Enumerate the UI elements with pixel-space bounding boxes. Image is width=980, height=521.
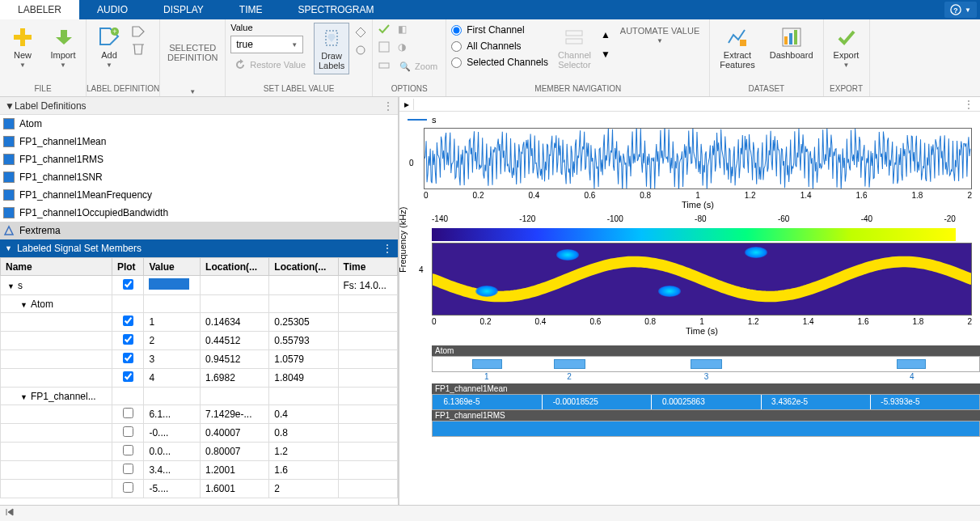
table-row[interactable]: ▼FP1_channel... <box>1 388 398 405</box>
selected-definition-label: SELECTED DEFINITION <box>167 43 218 62</box>
column-header[interactable]: Value <box>144 258 201 276</box>
table-row[interactable]: 3.4...1.20011.6 <box>1 461 398 480</box>
track-value: -0.00018525 <box>553 397 598 406</box>
table-row[interactable]: 30.945121.0579 <box>1 350 398 369</box>
track-value: 0.00025863 <box>662 397 705 406</box>
definition-row[interactable]: FP1_channel1SNR <box>0 168 398 186</box>
plot-checkbox[interactable] <box>123 445 133 455</box>
plot-checkbox[interactable] <box>123 464 133 474</box>
plot-checkbox[interactable] <box>123 353 133 363</box>
track-mean-header: FP1_channel1Mean <box>432 383 980 394</box>
definition-row[interactable]: Fextrema <box>0 222 398 239</box>
plot-checkbox[interactable] <box>123 408 133 418</box>
tab-strip: LABELER AUDIO DISPLAY TIME SPECTROGRAM ?… <box>0 0 980 19</box>
definition-row[interactable]: FP1_channel1OccupiedBandwidth <box>0 204 398 222</box>
spectrogram-plot[interactable]: Frequency (kHz) 4 00.20.40.60.811.21.41.… <box>399 243 980 341</box>
column-header[interactable]: Time <box>338 258 397 276</box>
automate-value-button[interactable]: AUTOMATE VALUE ▼ <box>615 23 704 48</box>
track-mean[interactable]: 6.1369e-5-0.000185250.000258633.4362e-5-… <box>432 394 980 410</box>
zoom-button[interactable]: 🔍Zoom <box>395 58 441 74</box>
opt5-icon[interactable]: ◑ <box>395 40 408 53</box>
table-row[interactable]: ▼sFs: 14.0... <box>1 276 398 295</box>
add-button[interactable]: + Add▼ <box>91 23 127 72</box>
tab-labeler[interactable]: LABELER <box>0 0 79 19</box>
track-atom[interactable] <box>432 356 980 372</box>
track-value: -5.9393e-5 <box>881 397 919 406</box>
color-swatch <box>3 118 15 129</box>
channel-selector-button[interactable]: Channel Selector <box>553 23 596 73</box>
label-tool-icon[interactable] <box>354 26 367 39</box>
tab-spectrogram[interactable]: SPECTROGRAM <box>281 0 392 19</box>
value-dropdown[interactable]: true▼ <box>230 36 303 53</box>
rewind-icon[interactable] <box>5 507 15 519</box>
table-row[interactable]: 41.69821.8049 <box>1 369 398 388</box>
tab-display[interactable]: DISPLAY <box>146 0 222 19</box>
table-row[interactable]: 20.445120.55793 <box>1 332 398 350</box>
spectrogram-ylabel: Frequency (kHz) <box>399 206 408 272</box>
color-swatch <box>3 136 15 147</box>
plot-checkbox[interactable] <box>123 279 133 290</box>
definition-row[interactable]: FP1_channel1Mean <box>0 133 398 150</box>
radio-first-channel[interactable]: First Channel <box>451 23 548 37</box>
label-definitions-header[interactable]: ▼Label Definitions⋮ <box>0 97 398 115</box>
group-label-membernav: MEMBER NAVIGATION <box>446 83 709 96</box>
new-button[interactable]: New▼ <box>5 23 40 72</box>
definition-row[interactable]: Atom <box>0 115 398 133</box>
nav-down-icon[interactable]: ▼ <box>601 49 610 60</box>
atom-region[interactable] <box>472 359 501 369</box>
column-header[interactable]: Name <box>1 258 112 276</box>
table-row[interactable]: -0....0.400070.8 <box>1 424 398 443</box>
members-header[interactable]: ▼Labeled Signal Set Members⋮ <box>0 239 398 257</box>
opt2-icon[interactable] <box>378 40 391 53</box>
label-tracks: Atom 1234 FP1_channel1Mean 6.1369e-5-0.0… <box>432 345 980 437</box>
members-table: NamePlotValueLocation(...Location(...Tim… <box>0 257 398 505</box>
radio-selected-channels[interactable]: Selected Channels <box>451 55 548 70</box>
import-button[interactable]: Import▼ <box>45 23 81 72</box>
draw-labels-button[interactable]: Draw Labels <box>314 23 349 74</box>
group-label-options: OPTIONS <box>373 83 446 96</box>
waveform-plot[interactable]: 0 00.20.40.60.811.21.41.61.82 Time (s) <box>399 128 980 214</box>
definition-row[interactable]: FP1_channel1RMS <box>0 150 398 168</box>
edit-tag-icon[interactable] <box>132 26 145 39</box>
plot-checkbox[interactable] <box>123 371 133 382</box>
chart-extract-icon <box>726 26 749 49</box>
delete-icon[interactable] <box>132 42 145 55</box>
plot-checkbox[interactable] <box>123 316 133 326</box>
plot-checkbox[interactable] <box>123 426 133 437</box>
export-button[interactable]: Export▼ <box>829 23 864 72</box>
check-icon[interactable] <box>378 23 391 36</box>
table-row[interactable]: 6.1...7.1429e-...0.4 <box>1 405 398 424</box>
restore-value-button[interactable]: Restore Value <box>230 57 309 73</box>
opt3-icon[interactable] <box>378 58 391 71</box>
svg-rect-14 <box>784 36 788 44</box>
column-header[interactable]: Location(... <box>269 258 338 276</box>
nav-up-icon[interactable]: ▲ <box>601 29 610 40</box>
extract-features-button[interactable]: Extract Features <box>715 23 759 73</box>
plot-toolbar: ▸⋮ <box>399 97 980 112</box>
track-value: 3.4362e-5 <box>771 397 808 406</box>
table-row[interactable]: ▼Atom <box>1 295 398 313</box>
column-header[interactable]: Plot <box>112 258 143 276</box>
tab-time[interactable]: TIME <box>222 0 281 19</box>
opt4-icon[interactable]: ◧ <box>395 23 408 36</box>
help-button[interactable]: ? ▼ <box>944 2 977 18</box>
table-row[interactable]: -5....1.60012 <box>1 480 398 498</box>
plot-checkbox[interactable] <box>123 482 133 493</box>
tab-audio[interactable]: AUDIO <box>79 0 146 19</box>
radio-all-channels[interactable]: All Channels <box>451 39 548 53</box>
atom-region[interactable] <box>897 359 926 369</box>
undo-icon <box>234 58 247 71</box>
atom-region[interactable] <box>554 359 585 369</box>
table-row[interactable]: 10.146340.25305 <box>1 313 398 332</box>
atom-region[interactable] <box>691 359 721 369</box>
dashboard-button[interactable]: Dashboard <box>765 23 818 63</box>
table-row[interactable]: 0.0...0.800071.2 <box>1 443 398 461</box>
label-tool2-icon[interactable] <box>354 44 367 57</box>
group-label-labeldef: LABEL DEFINITION <box>87 83 159 96</box>
track-rms[interactable] <box>432 421 980 437</box>
column-header[interactable]: Location(... <box>201 258 269 276</box>
plot-checkbox[interactable] <box>123 334 133 345</box>
triangle-icon <box>3 225 15 236</box>
colorbar <box>432 228 956 241</box>
definition-row[interactable]: FP1_channel1MeanFrequency <box>0 186 398 204</box>
